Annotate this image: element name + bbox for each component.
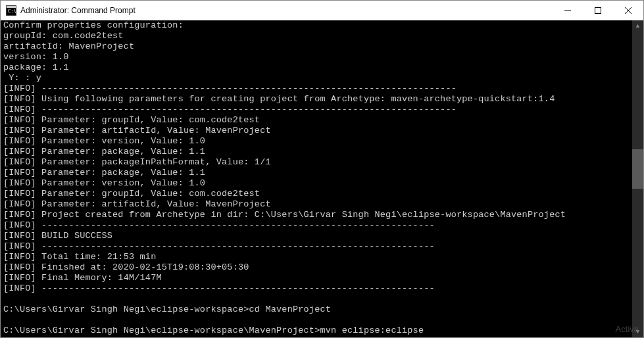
terminal-line: [INFO] Parameter: groupId, Value: com.co… bbox=[3, 189, 632, 199]
terminal-line: [INFO] Parameter: artifactId, Value: Mav… bbox=[3, 126, 632, 136]
terminal-line: [INFO] ---------------------------------… bbox=[3, 241, 632, 252]
maximize-button[interactable] bbox=[583, 1, 613, 20]
titlebar[interactable]: C:\ Administrator: Command Prompt bbox=[1, 1, 643, 20]
cmd-icon: C:\ bbox=[6, 5, 16, 16]
terminal-line: [INFO] Parameter: version, Value: 1.0 bbox=[3, 136, 632, 147]
terminal-area[interactable]: Confirm properties configuration:groupId… bbox=[1, 20, 643, 337]
terminal-line: [INFO] Parameter: groupId, Value: com.co… bbox=[3, 115, 632, 126]
terminal-line: [INFO] Final Memory: 14M/147M bbox=[3, 273, 632, 283]
vertical-scrollbar[interactable]: ▲ ▼ bbox=[632, 20, 643, 337]
terminal-line: [INFO] Parameter: artifactId, Value: Mav… bbox=[3, 199, 632, 210]
terminal-output: Confirm properties configuration:groupId… bbox=[3, 20, 632, 336]
terminal-line: [INFO] ---------------------------------… bbox=[3, 220, 632, 231]
terminal-line: [INFO] Total time: 21:53 min bbox=[3, 252, 632, 262]
terminal-line: [INFO] ---------------------------------… bbox=[3, 283, 632, 294]
terminal-line: package: 1.1 bbox=[3, 62, 632, 73]
terminal-line bbox=[3, 315, 632, 326]
terminal-line: [INFO] Project created from Archetype in… bbox=[3, 210, 632, 220]
scroll-up-arrow[interactable]: ▲ bbox=[632, 20, 643, 32]
svg-rect-1 bbox=[7, 6, 16, 8]
minimize-button[interactable] bbox=[553, 1, 583, 20]
terminal-line: [INFO] Using following parameters for cr… bbox=[3, 94, 632, 105]
terminal-line bbox=[3, 294, 632, 304]
command-prompt-window: C:\ Administrator: Command Prompt Confir… bbox=[0, 0, 644, 338]
terminal-line: Confirm properties configuration: bbox=[3, 20, 632, 31]
terminal-line: [INFO] Finished at: 2020-02-15T19:08:30+… bbox=[3, 262, 632, 273]
terminal-line: [INFO] Parameter: version, Value: 1.0 bbox=[3, 178, 632, 189]
svg-rect-4 bbox=[595, 7, 601, 13]
terminal-line: C:\Users\Girvar Singh Negi\eclipse-works… bbox=[3, 326, 632, 336]
scrollbar-thumb[interactable] bbox=[632, 149, 643, 189]
terminal-line: artifactId: MavenProject bbox=[3, 41, 632, 52]
window-title: Administrator: Command Prompt bbox=[20, 6, 553, 15]
terminal-line: [INFO] Parameter: packageInPathFormat, V… bbox=[3, 157, 632, 168]
terminal-line: Y: : y bbox=[3, 73, 632, 84]
terminal-line: [INFO] Parameter: package, Value: 1.1 bbox=[3, 147, 632, 157]
close-button[interactable] bbox=[613, 1, 643, 20]
svg-text:C:\: C:\ bbox=[8, 9, 16, 14]
scroll-down-arrow[interactable]: ▼ bbox=[632, 326, 643, 337]
scrollbar-track[interactable] bbox=[632, 32, 643, 326]
terminal-line: [INFO] Parameter: package, Value: 1.1 bbox=[3, 168, 632, 178]
terminal-line: version: 1.0 bbox=[3, 52, 632, 62]
terminal-line: [INFO] BUILD SUCCESS bbox=[3, 231, 632, 241]
terminal-line: [INFO] ---------------------------------… bbox=[3, 105, 632, 115]
window-controls bbox=[553, 1, 643, 20]
terminal-line: C:\Users\Girvar Singh Negi\eclipse-works… bbox=[3, 304, 632, 315]
terminal-line: groupId: com.code2test bbox=[3, 31, 632, 41]
terminal-line: [INFO] ---------------------------------… bbox=[3, 84, 632, 94]
